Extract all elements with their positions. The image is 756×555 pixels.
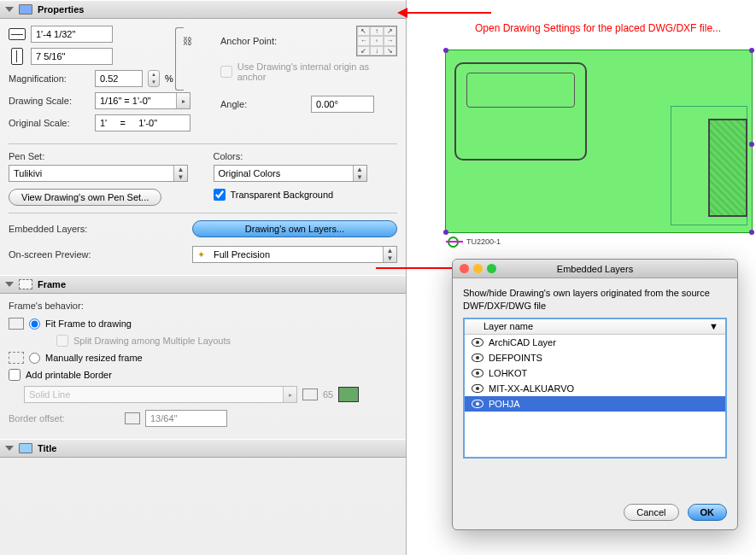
preview-label: On-screen Preview: (9, 249, 91, 260)
embedded-layers-dialog: Embedded Layers Show/hide Drawing's own … (452, 259, 738, 530)
mag-field[interactable] (95, 70, 143, 87)
colors-value: Original Colors (214, 168, 285, 178)
red-annotation-text: Open Drawing Settings for the placed DWG… (475, 22, 721, 34)
section-title: Frame (38, 279, 66, 289)
frame-body: Frame's behavior: Fit Frame to drawing S… (0, 294, 406, 439)
transparent-checkbox[interactable] (214, 189, 226, 201)
title-icon (19, 443, 32, 453)
section-header-frame[interactable]: Frame (0, 275, 406, 294)
split-label: Split Drawing among Multiple Layouts (73, 336, 231, 346)
height-field[interactable] (31, 48, 113, 65)
layer-list[interactable]: Layer name ▼ ArchiCAD LayerDEFPOINTSLOHK… (463, 318, 727, 459)
frame-behavior-label: Frame's behavior: (9, 301, 397, 311)
properties-body: Magnification: ▲▼ % ⛓ Drawing Scale: 1/1… (0, 19, 406, 275)
eye-icon[interactable] (472, 338, 483, 347)
manual-frame-label: Manually resized frame (45, 353, 143, 363)
drawing-object (454, 62, 587, 161)
layer-row[interactable]: POHJA (465, 396, 725, 412)
dialog-description: Show/hide Drawing's own layers originate… (463, 287, 727, 313)
disclosure-icon (5, 7, 14, 12)
penset-select[interactable]: Tulikivi ▲▼ (9, 165, 188, 182)
penset-label: Pen Set: (9, 151, 193, 161)
minimize-icon[interactable] (473, 264, 483, 273)
section-header-properties[interactable]: Properties (0, 0, 406, 19)
embedded-layers-button[interactable]: Drawing's own Layers... (192, 220, 397, 237)
pen-icon (302, 388, 318, 400)
layer-list-header[interactable]: Layer name ▼ (465, 319, 725, 335)
penset-value: Tulikivi (9, 168, 46, 178)
drawing-object-hatched (708, 119, 747, 217)
embedded-label: Embedded Layers: (9, 224, 87, 234)
fit-icon (9, 318, 24, 330)
layer-row[interactable]: DEFPOINTS (465, 350, 725, 365)
selection-handle[interactable] (443, 230, 448, 235)
section-title: Title (38, 443, 56, 453)
dscale-value: 1/16" = 1'-0" (96, 96, 155, 106)
selection-handle[interactable] (749, 230, 754, 235)
border-offset-field (145, 410, 227, 427)
width-field[interactable] (31, 26, 113, 43)
dialog-titlebar[interactable]: Embedded Layers (453, 260, 737, 278)
selection-handle[interactable] (749, 48, 754, 53)
zoom-icon[interactable] (487, 264, 496, 273)
layer-col-name: Layer name (483, 321, 533, 331)
selection-handle[interactable] (749, 142, 754, 147)
pen-value: 65 (323, 389, 333, 400)
angle-field[interactable] (311, 96, 374, 113)
printable-border-label: Add printable Border (26, 370, 112, 380)
view-penset-button[interactable]: View Drawing's own Pen Set... (9, 189, 161, 206)
properties-panel: Properties Magn (0, 0, 407, 555)
layer-row[interactable]: MIT-XX-ALKUARVO (465, 381, 725, 396)
fit-frame-radio[interactable] (29, 318, 40, 330)
preview-select[interactable]: ✦ Full Precision ▲▼ (192, 246, 397, 263)
border-offset-label: Border offset: (9, 413, 120, 424)
drawing-preview[interactable] (445, 50, 753, 233)
layer-name: POHJA (489, 399, 520, 409)
layer-row[interactable]: ArchiCAD Layer (465, 335, 725, 350)
disclosure-icon (5, 446, 14, 451)
marker-handle[interactable] (446, 241, 463, 242)
section-header-title[interactable]: Title (0, 439, 406, 458)
height-icon (11, 48, 23, 65)
printable-border-checkbox[interactable] (9, 369, 21, 381)
layer-name: LOHKOT (489, 368, 527, 378)
ok-button[interactable]: OK (688, 504, 728, 521)
transparent-label: Transparent Background (231, 190, 334, 200)
oscale-field[interactable] (95, 114, 190, 131)
colors-select[interactable]: Original Colors ▲▼ (214, 165, 367, 182)
dialog-title: Embedded Layers (557, 264, 633, 274)
section-title: Properties (38, 4, 84, 15)
disclosure-icon (5, 282, 14, 287)
border-line-select: Solid Line ▸ (24, 386, 297, 403)
link-bracket-icon (175, 27, 184, 91)
colors-label: Colors: (214, 151, 398, 161)
chain-link-icon[interactable]: ⛓ (184, 26, 192, 56)
offset-icon (125, 412, 140, 424)
mag-stepper[interactable]: ▲▼ (148, 70, 160, 87)
width-icon (9, 28, 26, 40)
close-icon[interactable] (460, 264, 469, 273)
angle-label: Angle: (220, 99, 306, 109)
manual-frame-radio[interactable] (29, 353, 40, 364)
oscale-label: Original Scale: (9, 118, 90, 128)
anchor-grid[interactable]: ↖↑↗ ←◦→ ↙↓↘ (356, 26, 397, 56)
mag-label: Magnification: (9, 73, 90, 84)
dscale-field[interactable]: 1/16" = 1'-0" ▸ (95, 92, 190, 109)
chevron-down-icon: ▼ (709, 321, 718, 331)
layer-name: MIT-XX-ALKUARVO (489, 383, 574, 394)
anchor-label: Anchor Point: (220, 36, 277, 46)
selection-handle[interactable] (443, 48, 448, 53)
cancel-button[interactable]: Cancel (624, 504, 678, 521)
split-checkbox (56, 335, 68, 347)
eye-icon[interactable] (472, 384, 483, 393)
properties-icon (19, 4, 32, 15)
frame-icon (19, 279, 32, 289)
eye-icon[interactable] (472, 400, 483, 408)
border-line-value: Solid Line (25, 389, 74, 400)
percent-label: % (165, 73, 173, 84)
layer-row[interactable]: LOHKOT (465, 365, 725, 381)
eye-icon[interactable] (472, 353, 483, 362)
eye-icon[interactable] (472, 369, 483, 377)
layer-name: ArchiCAD Layer (489, 337, 556, 348)
use-origin-checkbox (220, 66, 232, 78)
